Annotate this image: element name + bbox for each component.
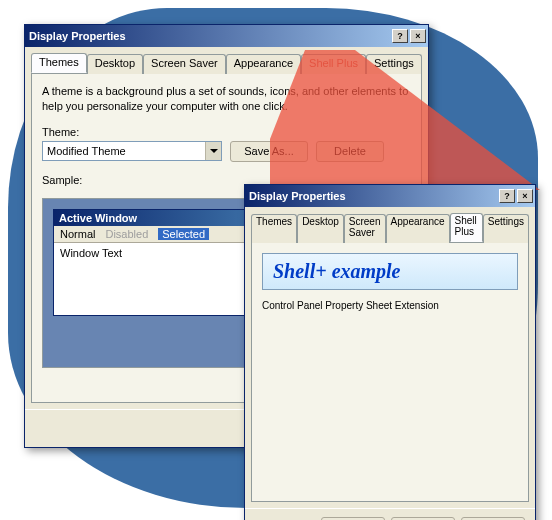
window-title: Display Properties [249,190,346,202]
close-button[interactable]: × [517,189,533,203]
dialog-buttons: OK Cancel Apply [245,508,535,520]
help-button[interactable]: ? [392,29,408,43]
tab-screen-saver[interactable]: Screen Saver [143,54,226,74]
tab-appearance[interactable]: Appearance [226,54,301,74]
tab-themes[interactable]: Themes [31,53,87,73]
theme-combo-value: Modified Theme [47,145,126,157]
tab-desktop[interactable]: Desktop [297,214,344,243]
tab-themes[interactable]: Themes [251,214,297,243]
delete-button[interactable]: Delete [316,141,384,162]
display-properties-window-shellplus: Display Properties ? × Themes Desktop Sc… [244,184,536,520]
titlebar[interactable]: Display Properties ? × [245,185,535,207]
save-as-button[interactable]: Save As... [230,141,308,162]
theme-label: Theme: [42,126,411,138]
chevron-down-icon[interactable] [205,142,221,160]
tab-panel-shellplus: Shell+ example Control Panel Property Sh… [251,242,529,502]
close-button[interactable]: × [410,29,426,43]
sample-menu-selected: Selected [158,228,209,240]
tab-desktop[interactable]: Desktop [87,54,143,74]
theme-combo[interactable]: Modified Theme [42,141,222,161]
window-title: Display Properties [29,30,126,42]
shellplus-banner: Shell+ example [262,253,518,290]
tab-appearance[interactable]: Appearance [386,214,450,243]
shellplus-description: Control Panel Property Sheet Extension [262,300,518,311]
sample-menu-normal: Normal [60,228,95,240]
tab-screen-saver[interactable]: Screen Saver [344,214,386,243]
tabstrip: Themes Desktop Screen Saver Appearance S… [25,47,428,73]
tab-shell-plus[interactable]: Shell Plus [301,54,366,74]
tabstrip: Themes Desktop Screen Saver Appearance S… [245,207,535,242]
sample-menu-disabled: Disabled [105,228,148,240]
theme-description: A theme is a background plus a set of so… [42,84,411,114]
tab-shell-plus[interactable]: Shell Plus [450,213,483,242]
sample-menu: Normal Disabled Selected [54,226,252,243]
sample-active-window: Active Window Normal Disabled Selected W… [53,209,253,316]
sample-window-title: Active Window [54,210,252,226]
tab-settings[interactable]: Settings [483,214,529,243]
help-button[interactable]: ? [499,189,515,203]
sample-window-body: Window Text [54,243,252,315]
tab-settings[interactable]: Settings [366,54,422,74]
titlebar[interactable]: Display Properties ? × [25,25,428,47]
